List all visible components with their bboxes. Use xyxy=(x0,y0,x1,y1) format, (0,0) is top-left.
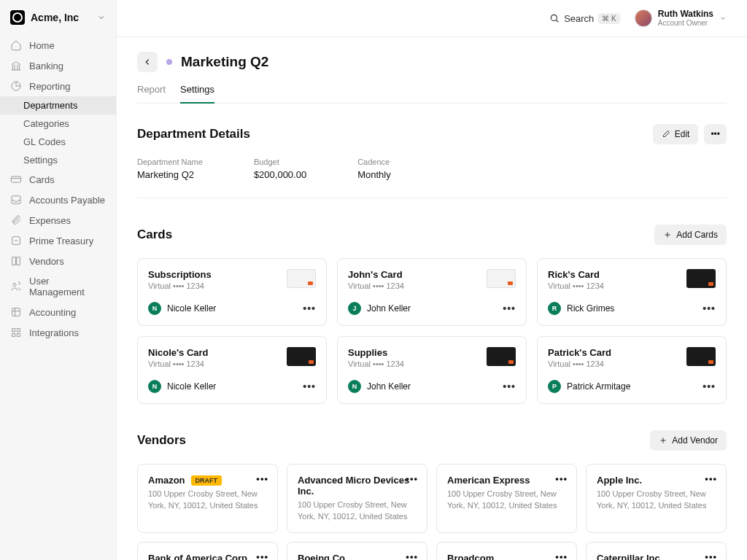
cadence-value: Monthly xyxy=(357,169,391,180)
user-menu[interactable]: Ruth Watkins Account Owner xyxy=(635,9,727,28)
tab-settings[interactable]: Settings xyxy=(180,84,214,104)
search-button[interactable]: Search ⌘ K xyxy=(549,13,620,24)
book-icon xyxy=(10,255,22,267)
card-owner: J John Keller xyxy=(348,302,411,315)
page-title: Marketing Q2 xyxy=(181,54,268,70)
section-vendors: Vendors Add Vendor AmazonDRAFT 100 Upper… xyxy=(137,430,727,560)
card-type: Virtual •••• 1234 xyxy=(148,281,212,290)
nav-banking[interactable]: Banking xyxy=(0,55,116,76)
nav-home[interactable]: Home xyxy=(0,35,116,55)
card-more-button[interactable]: ••• xyxy=(503,303,516,314)
nav-user-mgmt[interactable]: User Management xyxy=(0,271,116,302)
org-switcher[interactable]: Acme, Inc xyxy=(0,10,116,35)
nav-cards[interactable]: Cards xyxy=(0,169,116,190)
tab-report[interactable]: Report xyxy=(137,84,166,103)
card-icon xyxy=(10,174,22,185)
topbar: Search ⌘ K Ruth Watkins Account Owner xyxy=(117,0,747,37)
vendor-more-button[interactable]: ••• xyxy=(406,551,418,560)
card-item[interactable]: Nicole's Card Virtual •••• 1234 N Nicole… xyxy=(137,336,327,404)
more-icon: ••• xyxy=(711,129,720,139)
card-type: Virtual •••• 1234 xyxy=(548,359,611,368)
vendor-more-button[interactable]: ••• xyxy=(705,551,717,560)
nav-sub-categories[interactable]: Categories xyxy=(0,114,116,133)
back-button[interactable] xyxy=(137,52,158,72)
nav-integrations[interactable]: Integrations xyxy=(0,322,116,343)
vendor-name: Caterpillar Inc. xyxy=(597,553,716,560)
vendor-more-button[interactable]: ••• xyxy=(555,473,568,484)
section-cards: Cards Add Cards Subscriptions Virtual ••… xyxy=(137,225,727,404)
card-more-button[interactable]: ••• xyxy=(303,303,316,314)
vendor-item[interactable]: Advanced Micro Devices Inc. 100 Upper Cr… xyxy=(287,464,427,533)
draft-badge: DRAFT xyxy=(191,475,222,486)
cadence-label: Cadence xyxy=(357,158,391,166)
home-icon xyxy=(10,39,22,51)
card-item[interactable]: Rick's Card Virtual •••• 1234 R Rick Gri… xyxy=(537,258,727,326)
card-thumbnail-icon xyxy=(686,347,716,366)
grid-icon xyxy=(10,306,22,318)
card-owner: N Nicole Keller xyxy=(148,380,216,393)
nav-treasury[interactable]: Prime Treasury xyxy=(0,230,116,251)
card-more-button[interactable]: ••• xyxy=(703,303,716,314)
card-name: Rick's Card xyxy=(548,269,604,280)
status-dot-icon xyxy=(166,59,172,65)
svg-rect-1 xyxy=(11,176,20,182)
vendor-more-button[interactable]: ••• xyxy=(705,473,717,484)
vendor-item[interactable]: AmazonDRAFT 100 Upper Crosby Street, New… xyxy=(137,464,278,533)
vendor-item[interactable]: Bank of America Corp. 100 Upper Crosby S… xyxy=(137,542,278,560)
owner-avatar-icon: J xyxy=(348,302,361,315)
svg-point-3 xyxy=(13,283,16,286)
card-name: Patrick's Card xyxy=(548,347,611,358)
owner-avatar-icon: N xyxy=(348,380,361,393)
nav-sub-departments[interactable]: Departments xyxy=(0,96,116,114)
svg-rect-5 xyxy=(12,329,15,332)
vendor-address: 100 Upper Crosby Street, New York, NY, 1… xyxy=(597,489,716,511)
more-button[interactable]: ••• xyxy=(704,124,727,144)
nav-reporting[interactable]: Reporting xyxy=(0,76,116,96)
card-item[interactable]: Patrick's Card Virtual •••• 1234 P Patri… xyxy=(537,336,727,404)
nav-sub-gl-codes[interactable]: GL Codes xyxy=(0,133,116,151)
card-item[interactable]: Subscriptions Virtual •••• 1234 N Nicole… xyxy=(137,258,327,326)
card-item[interactable]: John's Card Virtual •••• 1234 J John Kel… xyxy=(337,258,527,326)
card-name: John's Card xyxy=(348,269,404,280)
card-more-button[interactable]: ••• xyxy=(503,381,516,392)
search-shortcut: ⌘ K xyxy=(598,13,619,24)
add-vendor-button[interactable]: Add Vendor xyxy=(650,430,727,451)
vendor-more-button[interactable]: ••• xyxy=(256,551,268,560)
budget-label: Budget xyxy=(254,158,306,166)
nav-expenses[interactable]: Expenses xyxy=(0,210,116,230)
nav-accounting[interactable]: Accounting xyxy=(0,302,116,322)
add-cards-button[interactable]: Add Cards xyxy=(654,225,727,245)
vendor-address: 100 Upper Crosby Street, New York, NY, 1… xyxy=(148,489,267,511)
vendor-more-button[interactable]: ••• xyxy=(555,551,568,560)
vendor-item[interactable]: Boeing Co. 100 Upper Crosby Street, New … xyxy=(287,542,427,560)
vendor-item[interactable]: American Express 100 Upper Crosby Street… xyxy=(436,464,577,533)
main-content: Search ⌘ K Ruth Watkins Account Owner Ma… xyxy=(117,0,747,560)
vendor-name: AmazonDRAFT xyxy=(148,475,267,486)
svg-rect-7 xyxy=(12,333,15,336)
vendor-item[interactable]: Apple Inc. 100 Upper Crosby Street, New … xyxy=(586,464,727,533)
nav-sub-settings[interactable]: Settings xyxy=(0,151,116,169)
vendor-more-button[interactable]: ••• xyxy=(256,473,268,484)
vendor-more-button[interactable]: ••• xyxy=(406,473,418,484)
card-type: Virtual •••• 1234 xyxy=(148,359,209,368)
bank-icon xyxy=(10,60,22,71)
edit-button[interactable]: Edit xyxy=(653,124,699,144)
vendor-address: 100 Upper Crosby Street, New York, NY, 1… xyxy=(447,489,566,511)
card-thumbnail-icon xyxy=(487,347,516,366)
inbox-icon xyxy=(10,194,22,206)
card-more-button[interactable]: ••• xyxy=(703,381,716,392)
nav-vendors[interactable]: Vendors xyxy=(0,251,116,271)
chevron-down-icon xyxy=(719,15,727,22)
owner-avatar-icon: N xyxy=(148,380,161,393)
vendor-name: Advanced Micro Devices Inc. xyxy=(298,475,417,497)
vendor-name: Broadcom xyxy=(447,553,566,560)
card-item[interactable]: Supplies Virtual •••• 1234 N John Keller… xyxy=(337,336,527,404)
card-more-button[interactable]: ••• xyxy=(303,381,316,392)
card-owner: P Patrick Armitage xyxy=(548,380,630,393)
nav-ap[interactable]: Accounts Payable xyxy=(0,190,116,210)
vendor-item[interactable]: Caterpillar Inc. 100 Upper Crosby Street… xyxy=(586,542,727,560)
svg-point-9 xyxy=(551,15,557,21)
svg-rect-4 xyxy=(12,308,20,316)
vendor-item[interactable]: Broadcom 100 Upper Crosby Street, New Yo… xyxy=(436,542,577,560)
name-label: Department Name xyxy=(137,158,203,166)
